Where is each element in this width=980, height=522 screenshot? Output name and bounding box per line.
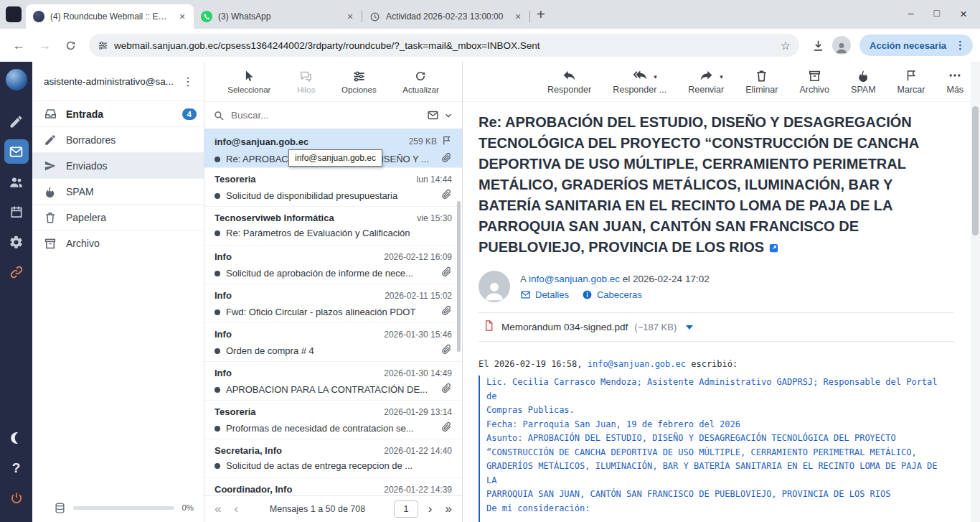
action-needed-button[interactable]: Acción necesaria ⋮	[859, 34, 973, 56]
compose-button[interactable]	[4, 109, 29, 134]
unread-dot[interactable]	[215, 309, 220, 315]
attachment-menu-caret-icon[interactable]	[686, 325, 693, 330]
list-item[interactable]: Tesoreria lun 14:44 Solicitud de disponi…	[204, 168, 462, 207]
reply-button[interactable]: Responder	[547, 68, 591, 95]
maximize-button[interactable]: □	[934, 7, 940, 22]
unread-dot[interactable]	[215, 387, 220, 393]
forward-button[interactable]: ▾ Reenviar	[688, 68, 724, 95]
tab-whatsapp[interactable]: (3) WhatsApp ×	[194, 4, 362, 29]
reader-scrollbar-thumb[interactable]	[972, 106, 979, 236]
tab-close-icon[interactable]: ×	[344, 11, 356, 22]
unread-dot[interactable]	[215, 426, 220, 432]
archive-button[interactable]: Archivo	[799, 68, 829, 95]
list-scrollbar[interactable]	[457, 201, 461, 352]
site-settings-icon[interactable]	[98, 40, 108, 51]
url-bar[interactable]: webmail.sanjuan.gob.ec/cpsess1364244002/…	[89, 34, 799, 57]
list-item[interactable]: Tecnoserviweb Informática vie 15:30 Re: …	[204, 207, 462, 246]
delete-button[interactable]: Eliminar	[745, 68, 778, 95]
reply-all-button[interactable]: ▾ Responder ...	[613, 68, 666, 95]
browser-menu-icon[interactable]: ⋮	[952, 39, 969, 52]
unread-dot[interactable]	[215, 271, 220, 276]
message-sender: Info	[215, 368, 380, 378]
tab-roundcube[interactable]: (4) Roundcube Webmail :: Envia ×	[26, 4, 194, 29]
attachment-name[interactable]: Memorándum 034-signed.pdf	[501, 322, 628, 332]
refresh-button[interactable]: Actualizar	[402, 69, 439, 94]
unread-dot[interactable]	[215, 193, 220, 199]
folder-papelera[interactable]: Papelera	[32, 204, 204, 230]
dark-mode-toggle[interactable]	[4, 426, 29, 450]
back-button[interactable]: ←	[7, 34, 30, 57]
message-subject: Orden de compra # 4	[226, 345, 435, 356]
more-button[interactable]: Más	[946, 68, 963, 95]
unread-count-badge: 4	[182, 108, 197, 120]
quoted-email-link[interactable]: info@sanjuan.gob.ec	[588, 359, 686, 369]
options-button[interactable]: Opciones	[341, 69, 377, 94]
prev-page-button[interactable]: ‹	[231, 502, 241, 516]
browser-app-icon[interactable]	[6, 6, 22, 22]
archive-icon	[808, 68, 821, 83]
page-number-input[interactable]	[394, 500, 418, 518]
select-button[interactable]: Seleccionar	[227, 69, 270, 94]
folder-enviados[interactable]: Enviados	[32, 152, 204, 178]
folder-archivo[interactable]: Archivo	[32, 230, 204, 256]
contacts-nav-button[interactable]	[4, 169, 29, 194]
details-link[interactable]: Detalles	[520, 289, 569, 300]
message-date: 2026-02-12 16:09	[384, 252, 452, 262]
list-item[interactable]: Tesoreria 2026-01-29 13:14 Proformas de …	[204, 401, 462, 439]
headers-link[interactable]: Cabeceras	[582, 289, 642, 300]
list-item[interactable]: Info 2026-02-11 15:02 Fwd: Oficio Circul…	[204, 284, 462, 323]
attachment-row[interactable]: Memorándum 034-signed.pdf (~187 KB)	[479, 312, 954, 342]
flag-icon[interactable]	[441, 135, 452, 148]
message-size: 259 KB	[409, 136, 437, 146]
help-button[interactable]: ?	[4, 456, 29, 480]
list-item[interactable]: Secretaria, Info 2026-01-22 14:40 Solici…	[204, 439, 462, 478]
recipient-email-link[interactable]: info@sanjuan.gob.ec	[529, 274, 620, 284]
list-item[interactable]: Coordinador, Info 2026-01-22 14:39	[204, 478, 462, 495]
last-page-button[interactable]: »	[443, 502, 455, 516]
tab-close-icon[interactable]: ×	[176, 11, 188, 22]
calendar-nav-button[interactable]	[4, 200, 29, 224]
next-page-button[interactable]: ›	[425, 502, 435, 516]
mail-nav-button[interactable]	[4, 139, 29, 164]
downloads-icon[interactable]	[806, 34, 829, 57]
logout-button[interactable]	[4, 486, 29, 511]
settings-nav-button[interactable]	[4, 230, 29, 254]
url-text[interactable]: webmail.sanjuan.gob.ec/cpsess1364244002/…	[114, 40, 775, 51]
unread-dot[interactable]	[215, 230, 220, 236]
message-date: lun 14:44	[417, 174, 452, 185]
list-item[interactable]: Info 2026-01-30 14:49 APROBACION PARA LA…	[204, 362, 462, 401]
folder-spam[interactable]: SPAM	[32, 178, 204, 204]
tab-close-icon[interactable]: ×	[512, 11, 524, 22]
reload-button[interactable]	[59, 34, 82, 57]
message-rows: info@sanjuan.gob.ec 259 KB Re: APROBACIÓ…	[204, 129, 462, 495]
spam-button[interactable]: SPAM	[851, 68, 876, 95]
folder-entrada[interactable]: Entrada 4	[32, 101, 204, 126]
close-button[interactable]: ×	[960, 7, 967, 22]
list-item[interactable]: Info 2026-01-30 15:46 Orden de compra # …	[204, 323, 462, 362]
dropdown-caret-icon[interactable]: ▾	[720, 73, 723, 80]
search-scope-button[interactable]	[427, 109, 453, 121]
new-tab-button[interactable]: +	[537, 6, 895, 23]
browser-profile-avatar[interactable]	[832, 36, 851, 55]
reader-scrollbar-track[interactable]	[971, 62, 980, 522]
mark-button[interactable]: Marcar	[897, 68, 925, 95]
external-link-icon[interactable]	[768, 238, 779, 259]
first-page-button[interactable]: «	[212, 502, 224, 516]
folder-options-icon[interactable]: ⋮	[178, 75, 198, 88]
scope-mail-icon	[427, 109, 439, 121]
unread-dot[interactable]	[215, 348, 220, 354]
folder-borradores[interactable]: Borradores	[32, 126, 204, 152]
unread-dot[interactable]	[215, 157, 220, 162]
link-nav-button[interactable]	[4, 260, 29, 284]
dropdown-caret-icon[interactable]: ▾	[654, 73, 657, 80]
search-input[interactable]	[231, 110, 420, 121]
window-controls: – □ ×	[895, 7, 980, 22]
list-item[interactable]: Info 2026-02-12 16:09 Solicitud de aprob…	[204, 246, 462, 284]
tab-actividad[interactable]: Actividad 2026-02-23 13:00:00 ×	[362, 4, 529, 29]
unread-dot[interactable]	[215, 463, 220, 469]
forward-button[interactable]: →	[33, 34, 56, 57]
threads-button[interactable]: Hilos	[297, 69, 316, 94]
bookmark-star-icon[interactable]: ☆	[781, 39, 791, 52]
minimize-button[interactable]: –	[908, 7, 914, 22]
message-header: A info@sanjuan.gob.ec el 2026-02-24 17:0…	[479, 271, 954, 302]
